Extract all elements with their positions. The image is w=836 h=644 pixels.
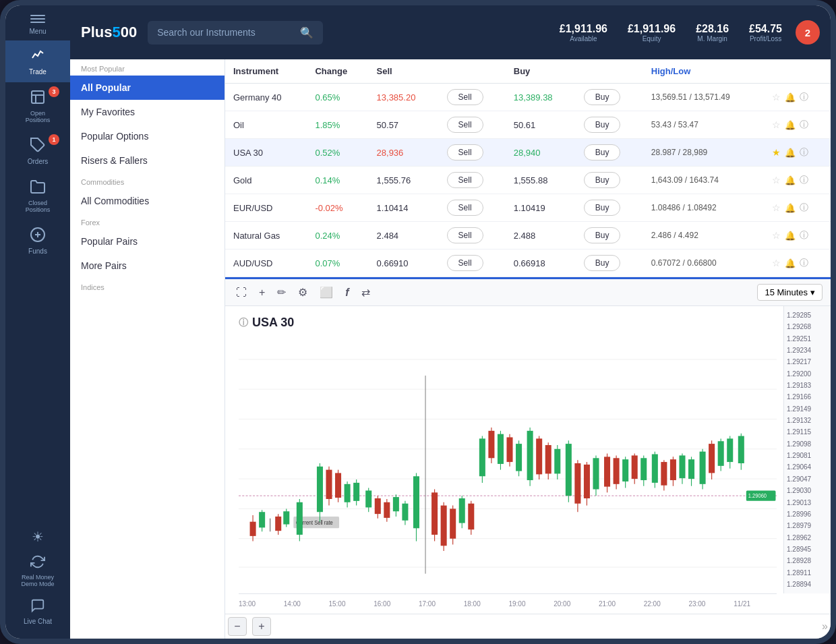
sell-button[interactable]: Sell (447, 144, 483, 160)
bell-icon[interactable]: 🔔 (785, 231, 796, 241)
nav-item-funds[interactable]: Funds (5, 220, 70, 262)
info-icon[interactable]: ⓘ (800, 257, 808, 269)
table-row[interactable]: AUD/USD 0.07% 0.66910 Sell 0.66918 Buy 0… (225, 250, 831, 277)
table-row[interactable]: USA 30 0.52% 28,936 Sell 28,940 Buy 28.9… (225, 139, 831, 167)
star-icon[interactable]: ☆ (772, 230, 781, 241)
bell-icon[interactable]: 🔔 (785, 120, 796, 130)
sidebar-item-more-pairs[interactable]: More Pairs (70, 254, 225, 278)
info-icon[interactable]: ⓘ (800, 202, 808, 214)
table-row[interactable]: EUR/USD -0.02% 1.10414 Sell 1.10419 Buy … (225, 194, 831, 222)
chart-crosshair-btn[interactable]: + (256, 284, 268, 301)
cell-sell-btn[interactable]: Sell (439, 111, 506, 139)
star-icon[interactable]: ★ (772, 147, 781, 158)
buy-button[interactable]: Buy (584, 89, 621, 105)
svg-rect-17 (250, 522, 256, 536)
buy-button[interactable]: Buy (584, 255, 621, 271)
cell-buy-btn[interactable]: Buy (576, 167, 643, 194)
buy-button[interactable]: Buy (584, 172, 621, 188)
star-icon[interactable]: ☆ (772, 175, 781, 185)
svg-rect-83 (574, 463, 580, 504)
info-icon[interactable]: ⓘ (800, 91, 808, 103)
bell-icon[interactable]: 🔔 (785, 92, 796, 103)
buy-button[interactable]: Buy (584, 227, 621, 243)
header-stats: £1,911.96 Available £1,911.96 Equity £28… (560, 23, 782, 42)
cell-buy-btn[interactable]: Buy (576, 84, 643, 111)
star-icon[interactable]: ☆ (772, 202, 781, 213)
sidebar-item-risers-fallers[interactable]: Risers & Fallers (70, 148, 225, 173)
table-row[interactable]: Oil 1.85% 50.57 Sell 50.61 Buy 53.43 / 5… (225, 111, 831, 139)
bell-icon[interactable]: 🔔 (785, 203, 796, 213)
chart-zoom-in-btn[interactable]: + (252, 617, 271, 636)
sell-button[interactable]: Sell (447, 200, 483, 216)
svg-rect-28 (297, 502, 303, 535)
sidebar-item-popular-pairs[interactable]: Popular Pairs (70, 229, 225, 254)
cell-sell: 2.484 (369, 222, 439, 250)
info-icon[interactable]: ⓘ (800, 146, 808, 158)
info-icon[interactable]: ⓘ (800, 119, 808, 131)
nav-item-theme[interactable]: ☀ (5, 523, 70, 550)
notification-button[interactable]: 2 (796, 20, 820, 45)
bell-icon[interactable]: 🔔 (785, 148, 796, 158)
sell-button[interactable]: Sell (447, 117, 483, 133)
sell-button[interactable]: Sell (447, 255, 483, 271)
chart-trading-btn[interactable]: ⇄ (359, 283, 373, 301)
info-icon[interactable]: ⓘ (800, 229, 808, 241)
buy-button[interactable]: Buy (584, 144, 621, 160)
table-row[interactable]: Germany 40 0.65% 13,385.20 Sell 13,389.3… (225, 84, 831, 111)
svg-rect-38 (353, 483, 359, 501)
buy-button[interactable]: Buy (584, 200, 621, 216)
chart-zoom-out-btn[interactable]: − (228, 617, 247, 636)
time-selector[interactable]: 15 Minutes ▾ (757, 284, 823, 301)
sell-button[interactable]: Sell (447, 89, 483, 105)
time-axis: 13:0014:0015:0016:0017:0018:0019:0020:00… (239, 593, 777, 614)
table-row[interactable]: Gold 0.14% 1,555.76 Sell 1,555.88 Buy 1,… (225, 167, 831, 194)
sidebar-item-my-favorites[interactable]: My Favorites (70, 100, 225, 124)
table-row[interactable]: Natural Gas 0.24% 2.484 Sell 2.488 Buy 2… (225, 222, 831, 250)
chart-draw-btn[interactable]: ✏ (274, 283, 289, 301)
sidebar-item-all-commodities[interactable]: All Commodities (70, 189, 225, 213)
sell-button[interactable]: Sell (447, 227, 483, 243)
price-level: 1.28911 (787, 569, 828, 577)
chart-expand-btn[interactable]: ⛶ (233, 284, 249, 301)
cell-sell-btn[interactable]: Sell (439, 194, 506, 222)
nav-item-closed-positions[interactable]: ClosedPositions (5, 172, 70, 220)
cell-sell: 28,936 (369, 139, 439, 167)
cell-sell-btn[interactable]: Sell (439, 222, 506, 250)
star-icon[interactable]: ☆ (772, 258, 781, 268)
stat-profit-loss: £54.75 Profit/Loss (749, 23, 782, 42)
cell-buy-btn[interactable]: Buy (576, 139, 643, 167)
nav-item-live-chat[interactable]: Live Chat (5, 591, 70, 632)
nav-item-real-money[interactable]: Real MoneyDemo Mode (5, 550, 70, 591)
nav-item-orders[interactable]: 1 Orders (5, 130, 70, 172)
cell-buy-btn[interactable]: Buy (576, 222, 643, 250)
svg-rect-50 (413, 476, 419, 528)
search-input[interactable] (157, 27, 295, 38)
orders-badge: 1 (49, 134, 59, 145)
nav-item-trade[interactable]: Trade (5, 40, 70, 82)
cell-sell-btn[interactable]: Sell (439, 139, 506, 167)
bell-icon[interactable]: 🔔 (785, 258, 796, 268)
cell-buy-btn[interactable]: Buy (576, 111, 643, 139)
bell-icon[interactable]: 🔔 (785, 175, 796, 185)
chart-indicator-btn[interactable]: f (342, 284, 351, 301)
sidebar-item-popular-options[interactable]: Popular Options (70, 124, 225, 148)
cell-buy-btn[interactable]: Buy (576, 250, 643, 277)
nav-item-open-positions[interactable]: 3 OpenPositions (5, 82, 70, 130)
cell-sell: 0.66910 (369, 250, 439, 277)
star-icon[interactable]: ☆ (772, 92, 781, 103)
cell-buy-btn[interactable]: Buy (576, 194, 643, 222)
stat-profit-loss-value: £54.75 (749, 23, 782, 35)
cell-sell-btn[interactable]: Sell (439, 167, 506, 194)
chart-settings-btn[interactable]: ⚙ (295, 283, 310, 301)
chart-fullscreen-btn[interactable]: » (822, 620, 828, 633)
sell-button[interactable]: Sell (447, 172, 483, 188)
star-icon[interactable]: ☆ (772, 119, 781, 130)
info-icon[interactable]: ⓘ (800, 174, 808, 186)
cell-sell-btn[interactable]: Sell (439, 250, 506, 277)
buy-button[interactable]: Buy (584, 117, 621, 133)
menu-button[interactable]: Menu (5, 5, 70, 40)
sidebar-item-all-popular[interactable]: All Popular (70, 76, 225, 100)
search-bar[interactable]: 🔍 (148, 21, 323, 45)
chart-compare-btn[interactable]: ⬜ (317, 283, 336, 301)
cell-sell-btn[interactable]: Sell (439, 84, 506, 111)
